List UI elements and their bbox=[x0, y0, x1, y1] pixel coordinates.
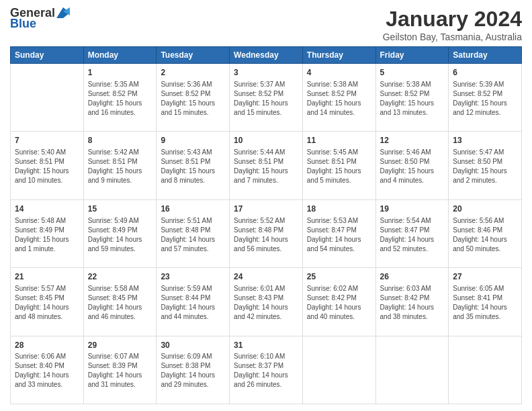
cell-date: 25 bbox=[307, 271, 371, 283]
cell-info: Sunrise: 5:59 AM Sunset: 8:44 PM Dayligh… bbox=[161, 284, 225, 322]
cell-info: Sunrise: 5:46 AM Sunset: 8:50 PM Dayligh… bbox=[380, 148, 445, 185]
cell-info: Sunrise: 5:58 AM Sunset: 8:45 PM Dayligh… bbox=[88, 284, 152, 322]
table-row: 4Sunrise: 5:38 AM Sunset: 8:52 PM Daylig… bbox=[302, 64, 375, 132]
cell-info: Sunrise: 5:54 AM Sunset: 8:47 PM Dayligh… bbox=[380, 216, 445, 254]
cell-info: Sunrise: 6:09 AM Sunset: 8:38 PM Dayligh… bbox=[161, 352, 225, 390]
cell-date: 14 bbox=[15, 203, 79, 215]
cell-date: 23 bbox=[161, 271, 225, 283]
table-row: 25Sunrise: 6:02 AM Sunset: 8:42 PM Dayli… bbox=[302, 268, 375, 336]
header-thursday: Thursday bbox=[302, 47, 375, 64]
page: General Blue January 2024 Geilston Bay, … bbox=[0, 0, 532, 411]
table-row: 11Sunrise: 5:45 AM Sunset: 8:51 PM Dayli… bbox=[302, 132, 375, 199]
cell-date: 26 bbox=[380, 271, 445, 283]
title-area: January 2024 Geilston Bay, Tasmania, Aus… bbox=[383, 7, 522, 42]
cell-info: Sunrise: 5:52 AM Sunset: 8:48 PM Dayligh… bbox=[234, 216, 298, 254]
table-row: 24Sunrise: 6:01 AM Sunset: 8:43 PM Dayli… bbox=[230, 268, 303, 336]
table-row: 13Sunrise: 5:47 AM Sunset: 8:50 PM Dayli… bbox=[449, 132, 522, 199]
table-row: 22Sunrise: 5:58 AM Sunset: 8:45 PM Dayli… bbox=[83, 268, 157, 336]
cell-date: 11 bbox=[307, 135, 371, 146]
table-row: 1Sunrise: 5:35 AM Sunset: 8:52 PM Daylig… bbox=[83, 64, 157, 132]
cell-info: Sunrise: 5:47 AM Sunset: 8:50 PM Dayligh… bbox=[453, 148, 517, 185]
cell-date: 20 bbox=[453, 203, 517, 215]
cell-date: 19 bbox=[380, 203, 445, 215]
table-row: 2Sunrise: 5:36 AM Sunset: 8:52 PM Daylig… bbox=[157, 64, 230, 132]
table-row: 6Sunrise: 5:39 AM Sunset: 8:52 PM Daylig… bbox=[449, 64, 522, 132]
cell-info: Sunrise: 6:03 AM Sunset: 8:42 PM Dayligh… bbox=[380, 284, 445, 322]
calendar-week-row: 14Sunrise: 5:48 AM Sunset: 8:49 PM Dayli… bbox=[11, 199, 522, 267]
cell-date: 24 bbox=[234, 271, 298, 283]
table-row: 16Sunrise: 5:51 AM Sunset: 8:48 PM Dayli… bbox=[157, 199, 230, 267]
cell-date: 27 bbox=[453, 271, 517, 283]
cell-date: 15 bbox=[88, 203, 152, 215]
month-title: January 2024 bbox=[383, 7, 522, 32]
cell-date: 13 bbox=[453, 135, 517, 146]
table-row: 9Sunrise: 5:43 AM Sunset: 8:51 PM Daylig… bbox=[157, 132, 230, 199]
table-row bbox=[449, 336, 522, 404]
cell-info: Sunrise: 5:44 AM Sunset: 8:51 PM Dayligh… bbox=[234, 148, 298, 185]
cell-info: Sunrise: 6:01 AM Sunset: 8:43 PM Dayligh… bbox=[234, 284, 298, 322]
table-row: 27Sunrise: 6:05 AM Sunset: 8:41 PM Dayli… bbox=[449, 268, 522, 336]
cell-info: Sunrise: 5:45 AM Sunset: 8:51 PM Dayligh… bbox=[307, 148, 371, 185]
cell-info: Sunrise: 5:49 AM Sunset: 8:49 PM Dayligh… bbox=[88, 216, 152, 254]
cell-info: Sunrise: 6:10 AM Sunset: 8:37 PM Dayligh… bbox=[234, 352, 298, 390]
table-row: 17Sunrise: 5:52 AM Sunset: 8:48 PM Dayli… bbox=[230, 199, 303, 267]
cell-date: 16 bbox=[161, 203, 225, 215]
cell-info: Sunrise: 6:05 AM Sunset: 8:41 PM Dayligh… bbox=[453, 284, 517, 322]
cell-info: Sunrise: 6:02 AM Sunset: 8:42 PM Dayligh… bbox=[307, 284, 371, 322]
table-row: 21Sunrise: 5:57 AM Sunset: 8:45 PM Dayli… bbox=[11, 268, 84, 336]
cell-date: 1 bbox=[88, 67, 152, 79]
header-tuesday: Tuesday bbox=[157, 47, 230, 64]
table-row: 15Sunrise: 5:49 AM Sunset: 8:49 PM Dayli… bbox=[83, 199, 157, 267]
calendar: Sunday Monday Tuesday Wednesday Thursday… bbox=[10, 46, 522, 404]
cell-date: 6 bbox=[453, 67, 517, 79]
cell-info: Sunrise: 5:36 AM Sunset: 8:52 PM Dayligh… bbox=[161, 80, 225, 118]
table-row: 20Sunrise: 5:56 AM Sunset: 8:46 PM Dayli… bbox=[449, 199, 522, 267]
table-row: 8Sunrise: 5:42 AM Sunset: 8:51 PM Daylig… bbox=[83, 132, 157, 199]
cell-date: 4 bbox=[307, 67, 371, 79]
logo-icon bbox=[56, 7, 70, 18]
calendar-week-row: 28Sunrise: 6:06 AM Sunset: 8:40 PM Dayli… bbox=[11, 336, 522, 404]
cell-date: 7 bbox=[15, 135, 79, 146]
table-row: 12Sunrise: 5:46 AM Sunset: 8:50 PM Dayli… bbox=[375, 132, 449, 199]
cell-info: Sunrise: 5:37 AM Sunset: 8:52 PM Dayligh… bbox=[234, 80, 298, 118]
table-row: 29Sunrise: 6:07 AM Sunset: 8:39 PM Dayli… bbox=[83, 336, 157, 404]
table-row: 5Sunrise: 5:38 AM Sunset: 8:52 PM Daylig… bbox=[375, 64, 449, 132]
header-sunday: Sunday bbox=[11, 47, 84, 64]
cell-info: Sunrise: 5:53 AM Sunset: 8:47 PM Dayligh… bbox=[307, 216, 371, 254]
cell-info: Sunrise: 6:07 AM Sunset: 8:39 PM Dayligh… bbox=[88, 352, 152, 390]
cell-date: 31 bbox=[234, 340, 298, 351]
cell-date: 28 bbox=[15, 340, 79, 351]
header-monday: Monday bbox=[83, 47, 157, 64]
cell-date: 12 bbox=[380, 135, 445, 146]
cell-info: Sunrise: 5:43 AM Sunset: 8:51 PM Dayligh… bbox=[161, 148, 225, 185]
cell-date: 3 bbox=[234, 67, 298, 79]
table-row: 14Sunrise: 5:48 AM Sunset: 8:49 PM Dayli… bbox=[11, 199, 84, 267]
cell-date: 29 bbox=[88, 340, 152, 351]
cell-date: 10 bbox=[234, 135, 298, 146]
table-row: 28Sunrise: 6:06 AM Sunset: 8:40 PM Dayli… bbox=[11, 336, 84, 404]
calendar-week-row: 1Sunrise: 5:35 AM Sunset: 8:52 PM Daylig… bbox=[11, 64, 522, 132]
table-row: 23Sunrise: 5:59 AM Sunset: 8:44 PM Dayli… bbox=[157, 268, 230, 336]
header-friday: Friday bbox=[375, 47, 449, 64]
cell-info: Sunrise: 5:48 AM Sunset: 8:49 PM Dayligh… bbox=[15, 216, 79, 254]
table-row: 7Sunrise: 5:40 AM Sunset: 8:51 PM Daylig… bbox=[11, 132, 84, 199]
cell-date: 30 bbox=[161, 340, 225, 351]
header-wednesday: Wednesday bbox=[230, 47, 303, 64]
cell-info: Sunrise: 5:42 AM Sunset: 8:51 PM Dayligh… bbox=[88, 148, 152, 185]
logo: General Blue bbox=[10, 7, 70, 31]
location: Geilston Bay, Tasmania, Australia bbox=[383, 32, 522, 42]
logo-blue: Blue bbox=[10, 17, 36, 31]
table-row bbox=[302, 336, 375, 404]
table-row: 18Sunrise: 5:53 AM Sunset: 8:47 PM Dayli… bbox=[302, 199, 375, 267]
cell-date: 21 bbox=[15, 271, 79, 283]
cell-date: 2 bbox=[161, 67, 225, 79]
cell-date: 9 bbox=[161, 135, 225, 146]
cell-info: Sunrise: 5:38 AM Sunset: 8:52 PM Dayligh… bbox=[380, 80, 445, 118]
cell-date: 17 bbox=[234, 203, 298, 215]
table-row bbox=[375, 336, 449, 404]
cell-info: Sunrise: 5:38 AM Sunset: 8:52 PM Dayligh… bbox=[307, 80, 371, 118]
cell-info: Sunrise: 5:57 AM Sunset: 8:45 PM Dayligh… bbox=[15, 284, 79, 322]
calendar-week-row: 21Sunrise: 5:57 AM Sunset: 8:45 PM Dayli… bbox=[11, 268, 522, 336]
cell-date: 22 bbox=[88, 271, 152, 283]
header: General Blue January 2024 Geilston Bay, … bbox=[10, 7, 522, 42]
